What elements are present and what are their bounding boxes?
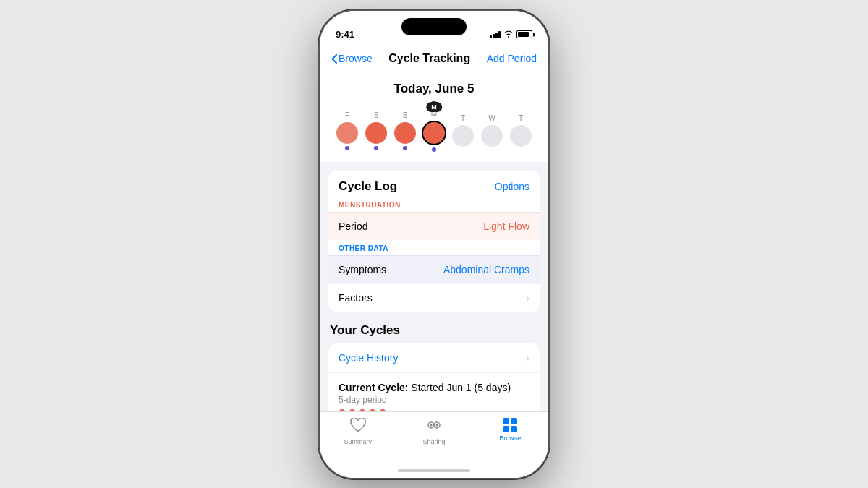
today-badge: M: [426, 102, 442, 112]
calendar-section: Today, June 5 ▼ F S: [320, 74, 548, 162]
back-button[interactable]: Browse: [331, 53, 373, 64]
current-cycle-text: Current Cycle: Started Jun 1 (5 days): [339, 382, 529, 393]
add-period-button[interactable]: Add Period: [487, 53, 537, 64]
current-cycle-row: Current Cycle: Started Jun 1 (5 days) 5-…: [328, 373, 540, 411]
period-circle-s2: [394, 122, 416, 144]
factors-label: Factors: [339, 292, 373, 304]
phone-frame: 9:41 Bro: [318, 9, 550, 479]
tab-browse[interactable]: Browse: [472, 418, 548, 442]
cal-day-mon-today[interactable]: M M: [420, 110, 448, 152]
period-label: Period: [339, 221, 367, 232]
cal-day-wed[interactable]: W: [477, 114, 506, 147]
mini-dot-f: [345, 146, 349, 150]
cycle-log-card: Cycle Log Options MENSTRUATION Period Li…: [328, 171, 540, 312]
cal-day-thu[interactable]: T: [506, 114, 535, 147]
day-dot-f: [336, 122, 358, 150]
signal-icon: [490, 31, 501, 38]
your-cycles-title: Your Cycles: [328, 320, 540, 343]
mini-dot-s2: [403, 146, 407, 150]
cycle-history-row[interactable]: Cycle History ›: [328, 343, 540, 373]
tab-bar: Summary Sharing Brows: [320, 411, 548, 463]
nav-bar: Browse Cycle Tracking Add Period: [320, 44, 548, 74]
day-letter-w: W: [488, 114, 495, 122]
day-letter-s1: S: [374, 111, 379, 119]
tab-sharing[interactable]: Sharing: [396, 418, 472, 445]
calendar-row: F S S: [320, 110, 548, 152]
heart-icon: [350, 418, 366, 436]
cal-day-sun[interactable]: S: [391, 111, 420, 150]
your-cycles-section: Your Cycles Cycle History › Current Cycl…: [320, 320, 548, 411]
symptoms-label: Symptoms: [339, 264, 386, 275]
day-dot-s2: [394, 122, 416, 150]
menstruation-label: MENSTRUATION: [328, 198, 540, 212]
future-circle-w: [481, 125, 503, 147]
content-area: Today, June 5 ▼ F S: [320, 74, 548, 478]
battery-icon: [516, 30, 532, 38]
period-circle-today: M: [422, 121, 446, 145]
cycles-card: Cycle History › Current Cycle: Started J…: [328, 343, 540, 411]
mini-dot-s1: [374, 146, 378, 150]
svg-point-3: [435, 424, 438, 426]
day-dot-t2: [510, 125, 532, 147]
home-indicator: [320, 463, 548, 478]
day-dot-m: M: [422, 121, 446, 152]
day-dot-s1: [365, 122, 387, 150]
cycle-log-header: Cycle Log Options: [328, 171, 540, 198]
status-icons: [490, 30, 532, 40]
day-dot-t1: [452, 125, 474, 147]
options-button[interactable]: Options: [495, 181, 529, 192]
day-letter-f: F: [345, 111, 349, 119]
scroll-area[interactable]: Cycle Log Options MENSTRUATION Period Li…: [320, 162, 548, 411]
period-value: Light Flow: [483, 221, 529, 232]
factors-row[interactable]: Factors ›: [328, 283, 540, 312]
svg-point-2: [430, 424, 432, 426]
cycle-history-label: Cycle History: [339, 352, 398, 364]
symptoms-value: Abdominal Cramps: [443, 264, 529, 275]
period-circle-f: [336, 122, 358, 144]
mini-dot-m: [432, 147, 436, 152]
period-row[interactable]: Period Light Flow: [328, 212, 540, 240]
nav-title: Cycle Tracking: [388, 52, 470, 65]
wifi-icon: [503, 30, 514, 40]
tab-browse-label: Browse: [499, 435, 521, 442]
future-circle-t2: [510, 125, 532, 147]
date-header: Today, June 5: [320, 82, 548, 96]
symptoms-row[interactable]: Symptoms Abdominal Cramps: [328, 255, 540, 283]
cycle-history-chevron-icon: ›: [526, 352, 529, 364]
cal-day-sat[interactable]: S: [362, 111, 391, 150]
period-sub-text: 5-day period: [339, 395, 529, 405]
sharing-icon: [425, 418, 443, 436]
day-letter-t1: T: [461, 114, 465, 122]
cycle-log-title: Cycle Log: [339, 179, 397, 194]
cal-day-friday[interactable]: F: [333, 111, 362, 150]
future-circle-t1: [452, 125, 474, 147]
dynamic-island: [401, 18, 467, 35]
period-circle-s1: [365, 122, 387, 144]
cal-day-tue[interactable]: T: [448, 114, 477, 147]
day-letter-t2: T: [519, 114, 523, 122]
day-dot-w: [481, 125, 503, 147]
other-data-label: OTHER DATA: [328, 240, 540, 255]
browse-grid-icon: [503, 418, 517, 432]
tab-sharing-label: Sharing: [422, 438, 445, 445]
day-letter-s2: S: [403, 111, 408, 119]
tab-summary-label: Summary: [344, 438, 372, 445]
factors-chevron-icon: ›: [526, 292, 529, 304]
status-time: 9:41: [336, 29, 354, 40]
home-bar: [398, 469, 470, 472]
tab-summary[interactable]: Summary: [320, 418, 396, 445]
